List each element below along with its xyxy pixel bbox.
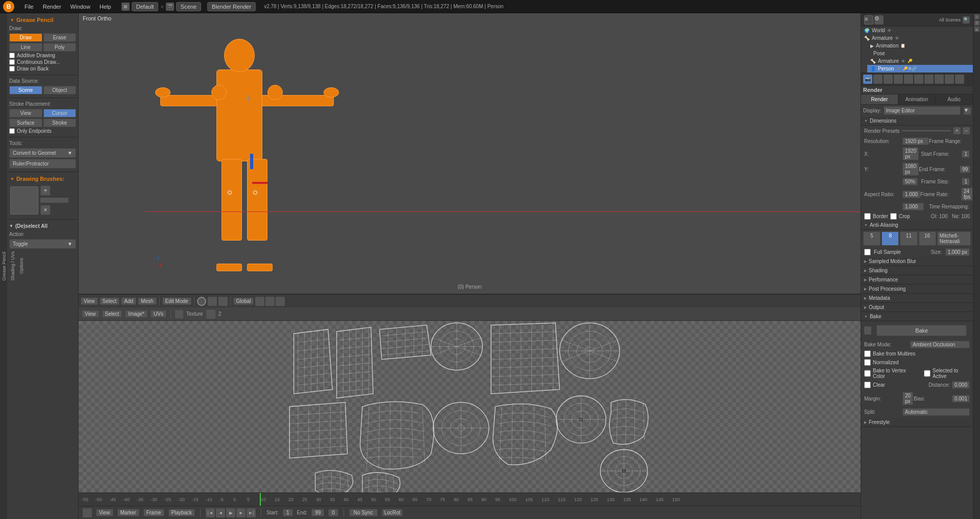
prev-frame-btn[interactable]: ◄	[216, 508, 225, 517]
armature2-eye-icon[interactable]: 👁	[901, 59, 905, 64]
bake-mode-val[interactable]: Ambient Occlusion	[910, 341, 970, 348]
right-icon-3[interactable]: ▲	[974, 27, 979, 32]
playback-btn[interactable]: Playback	[168, 509, 195, 516]
cursor-btn[interactable]: Cursor	[43, 109, 77, 117]
output-section[interactable]: Output	[861, 303, 973, 312]
panel-props-icon[interactable]: ⚙	[874, 15, 884, 25]
anti-aliasing-section[interactable]: Anti-Aliasing	[861, 221, 973, 230]
search-icon[interactable]: 🔍	[963, 16, 970, 23]
shading-section[interactable]: Shading	[861, 266, 973, 275]
outliner-animation-item[interactable]: ▶ Animation 📋	[867, 42, 973, 50]
aa-btn-5[interactable]: 5	[863, 231, 880, 246]
person-eye-icon[interactable]: 👁	[896, 66, 901, 72]
post-processing-section[interactable]: Post Processing	[861, 285, 973, 294]
add-menu-btn[interactable]: Add	[121, 297, 136, 305]
frame-btn[interactable]: Frame	[143, 509, 164, 516]
outliner-pose-item[interactable]: Pose	[861, 50, 973, 57]
aa-btn-11[interactable]: 11	[900, 231, 917, 246]
marker-btn[interactable]: Marker	[117, 509, 139, 516]
start-frame-val[interactable]: 1	[283, 509, 293, 516]
render-mode-icon[interactable]	[208, 297, 217, 306]
dimensions-section[interactable]: Dimensions	[861, 116, 973, 126]
clear-checkbox[interactable]	[864, 382, 871, 388]
workspace-selector[interactable]: Default	[132, 2, 159, 11]
next-frame-btn[interactable]: ►	[236, 508, 246, 517]
render-tab-audio[interactable]: Audio	[936, 95, 973, 104]
end-frame-val[interactable]: 99	[311, 509, 324, 516]
uv-canvas[interactable]	[79, 321, 861, 492]
res-pct-val[interactable]: 50%	[902, 178, 918, 185]
frame-step-input[interactable]: 1	[962, 178, 970, 185]
split-val[interactable]: Automatic	[902, 408, 970, 416]
scene-props-icon[interactable]	[873, 75, 883, 84]
data-props-icon[interactable]	[914, 75, 923, 84]
bake-vertex-checkbox[interactable]	[864, 368, 871, 379]
render-presets-value[interactable]	[901, 130, 951, 132]
border-checkbox[interactable]	[864, 213, 871, 220]
snap-icon1[interactable]	[255, 297, 264, 306]
outliner-world-item[interactable]: 🌍 World 👁	[861, 27, 973, 34]
end-frame-input[interactable]: 99	[960, 166, 970, 173]
locrot-btn[interactable]: LocRot	[382, 509, 403, 516]
menu-file[interactable]: File	[20, 3, 38, 11]
freestyle-section[interactable]: Freestyle	[861, 418, 973, 427]
engine-selector[interactable]: Blender Render	[207, 2, 256, 11]
ruler-btn[interactable]: Ruler/Protractor	[9, 159, 76, 169]
view-btn[interactable]: View	[9, 109, 42, 117]
global-btn[interactable]: Global	[233, 297, 254, 305]
toggle-btn[interactable]: Toggle ▼	[9, 239, 76, 249]
menu-render[interactable]: Render	[39, 3, 65, 11]
menu-window[interactable]: Window	[66, 3, 94, 11]
stroke-btn[interactable]: Stroke	[43, 119, 77, 127]
only-endpoints-checkbox[interactable]	[9, 128, 15, 134]
res-x-val[interactable]: 1920 px	[902, 147, 919, 160]
aspect-x-val[interactable]: 1.000	[902, 191, 920, 198]
margin-val[interactable]: 20 px	[902, 392, 913, 405]
frame-rate-val[interactable]: 24 fps	[961, 187, 973, 201]
uv-mode-icon[interactable]	[175, 310, 183, 318]
outliner-armature2-item[interactable]: 🦴 Armature 👁 🔑	[867, 57, 973, 65]
add-brush-btn[interactable]: +	[40, 185, 51, 196]
res-x-input[interactable]: 1920 px	[902, 137, 929, 145]
particles-props-icon[interactable]	[945, 75, 954, 84]
skip-end-btn[interactable]: ►|	[247, 508, 256, 517]
delete-brush-btn[interactable]: ×	[40, 205, 51, 215]
view-menu-btn[interactable]: View	[81, 297, 98, 305]
uv-uvs-btn[interactable]: UVs	[151, 310, 166, 318]
right-icon-2[interactable]: ⚙	[974, 20, 979, 26]
panel-list-icon[interactable]: ≡	[864, 15, 873, 25]
crop-checkbox[interactable]	[890, 213, 897, 220]
brush-thumbnail[interactable]	[10, 186, 38, 215]
grease-pencil-tab[interactable]: Grease Pencil	[1, 250, 8, 283]
size-val[interactable]: 1.000 px	[945, 248, 970, 256]
erase-btn[interactable]: Erase	[43, 33, 77, 42]
draw-btn[interactable]: Draw	[9, 33, 42, 42]
scene-selector[interactable]: Scene	[176, 2, 201, 11]
bake-button[interactable]: Bake	[876, 325, 967, 336]
outliner-person-item[interactable]: 👤 Person 👁 🔑⚙🔗	[867, 65, 973, 73]
object-props-icon[interactable]	[894, 75, 903, 84]
aa-btn-16[interactable]: 16	[919, 231, 936, 246]
no-sync-btn[interactable]: No Sync	[349, 509, 378, 516]
full-sample-checkbox[interactable]	[864, 249, 871, 255]
preset-add-icon[interactable]: +	[953, 127, 961, 134]
uv-select-btn[interactable]: Select	[102, 310, 122, 318]
bias-val[interactable]: 0.001	[952, 395, 970, 403]
menu-help[interactable]: Help	[95, 3, 115, 11]
start-frame-input[interactable]: 1	[962, 150, 970, 158]
mesh-menu-btn[interactable]: Mesh	[138, 297, 156, 305]
draw-on-back-checkbox[interactable]	[9, 66, 15, 72]
snap-icon2[interactable]	[265, 297, 275, 306]
outliner-armature-item[interactable]: 🦴 Armature 👁	[861, 34, 973, 42]
play-btn[interactable]: ▶	[226, 508, 235, 517]
sampled-motion-blur-section[interactable]: Sampled Motion Blur	[861, 257, 973, 266]
skip-start-btn[interactable]: |◄	[206, 508, 215, 517]
preset-remove-icon[interactable]: −	[963, 127, 970, 134]
continuous-draw-checkbox[interactable]	[9, 59, 15, 65]
metadata-section[interactable]: Metadata	[861, 294, 973, 303]
additive-drawing-checkbox[interactable]	[9, 53, 15, 58]
options-tab[interactable]: Options	[18, 256, 25, 276]
snap-icon3[interactable]	[276, 297, 285, 306]
aa-btn-8[interactable]: 8	[881, 231, 899, 246]
world-props-icon[interactable]	[884, 75, 893, 84]
